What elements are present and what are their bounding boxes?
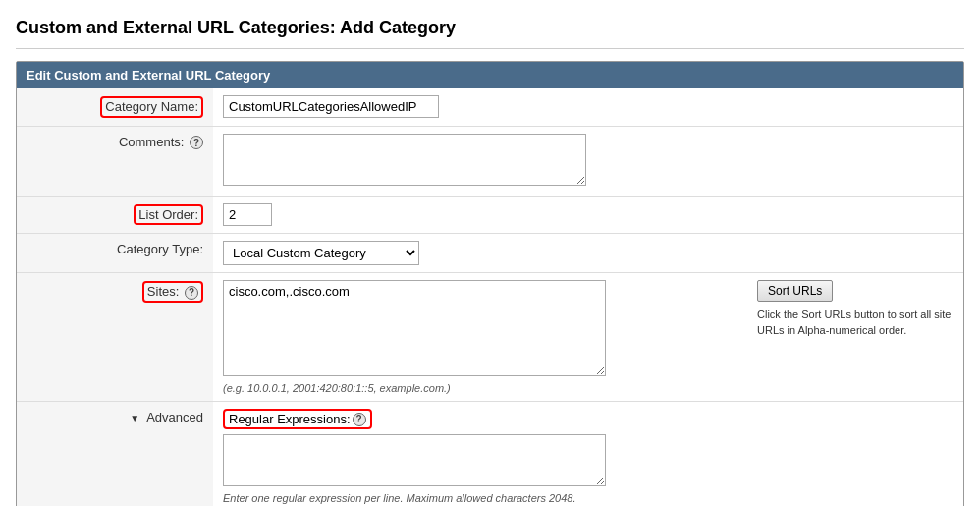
sort-urls-button[interactable]: Sort URLs	[757, 280, 833, 302]
sort-description: Click the Sort URLs button to sort all s…	[757, 308, 953, 338]
regular-expressions-hint: Enter one regular expression per line. M…	[223, 492, 953, 504]
category-name-label-cell: Category Name:	[17, 88, 213, 126]
table-row: Sites: ? cisco.com,.cisco.com (e.g. 10.0…	[17, 273, 963, 402]
regular-expressions-textarea[interactable]	[223, 434, 606, 486]
list-order-value-cell	[213, 196, 963, 234]
page-title: Custom and External URL Categories: Add …	[16, 10, 964, 49]
comments-value-cell	[213, 126, 963, 196]
table-row: Comments: ?	[17, 126, 963, 196]
category-name-value-cell	[213, 88, 963, 126]
advanced-value-cell: Regular Expressions: ? Enter one regular…	[213, 402, 963, 506]
list-order-input[interactable]	[223, 203, 272, 226]
sites-help-icon[interactable]: ?	[185, 286, 198, 300]
sites-layout: cisco.com,.cisco.com (e.g. 10.0.0.1, 200…	[223, 280, 953, 394]
category-name-input[interactable]	[223, 95, 439, 118]
sites-hint: (e.g. 10.0.0.1, 2001:420:80:1::5, exampl…	[223, 382, 745, 394]
regular-expressions-help-icon[interactable]: ?	[353, 413, 366, 426]
list-order-label-cell: List Order:	[17, 196, 213, 234]
sites-textarea[interactable]: cisco.com,.cisco.com	[223, 280, 606, 376]
comments-label: Comments:	[119, 135, 184, 149]
table-row: Category Type: Local Custom Category Ext…	[17, 234, 963, 273]
list-order-label: List Order:	[134, 204, 203, 226]
category-type-label: Category Type:	[117, 242, 203, 256]
regular-expressions-label-box: Regular Expressions: ?	[223, 409, 372, 429]
category-type-select[interactable]: Local Custom Category External Live Feed…	[223, 241, 419, 265]
advanced-label[interactable]: Advanced	[146, 410, 203, 424]
sites-label-cell: Sites: ?	[17, 273, 213, 402]
form-table: Category Name: Comments: ? List	[17, 88, 963, 506]
comments-help-icon[interactable]: ?	[190, 136, 203, 149]
category-type-label-cell: Category Type:	[17, 234, 213, 273]
edit-panel: Edit Custom and External URL Category Ca…	[16, 61, 964, 506]
collapse-icon: ▼	[130, 413, 139, 423]
comments-label-cell: Comments: ?	[17, 126, 213, 196]
table-row: List Order:	[17, 196, 963, 234]
sites-textarea-container: cisco.com,.cisco.com (e.g. 10.0.0.1, 200…	[223, 280, 745, 394]
sites-right-panel: Sort URLs Click the Sort URLs button to …	[757, 280, 953, 338]
sites-value-cell: cisco.com,.cisco.com (e.g. 10.0.0.1, 200…	[213, 273, 963, 402]
table-row: Category Name:	[17, 88, 963, 126]
comments-textarea[interactable]	[223, 134, 586, 186]
regular-expressions-label: Regular Expressions:	[229, 412, 351, 426]
category-name-label: Category Name:	[100, 96, 203, 118]
sites-label: Sites: ?	[142, 281, 203, 303]
advanced-label-cell: ▼ Advanced	[17, 402, 213, 506]
category-type-value-cell: Local Custom Category External Live Feed…	[213, 234, 963, 273]
panel-header: Edit Custom and External URL Category	[17, 62, 963, 88]
table-row: ▼ Advanced Regular Expressions: ? Enter …	[17, 402, 963, 506]
